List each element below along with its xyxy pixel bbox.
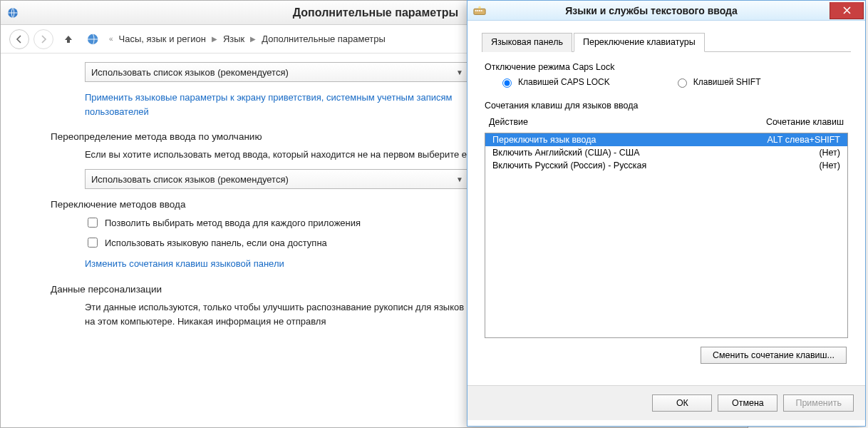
dropdown-value: Использовать список языков (рекомендуетс…	[91, 67, 289, 78]
chevron-down-icon: ▼	[456, 68, 463, 76]
hotkey-action: Включить Русский (Россия) - Русская	[492, 160, 740, 170]
radio-label: Клавишей CAPS LOCK	[518, 77, 610, 87]
breadcrumb: « Часы, язык и регион ▶ Язык ▶ Дополните…	[109, 34, 386, 44]
override-input-text: Если вы хотите использовать метод ввода,…	[85, 148, 505, 162]
hotkey-row[interactable]: Переключить язык ввода ALT слева+SHIFT	[485, 133, 847, 146]
hotkey-keys: (Нет)	[740, 160, 840, 170]
globe-icon	[6, 6, 19, 19]
breadcrumb-prefix: «	[109, 35, 113, 43]
col-keys: Сочетание клавиш	[744, 117, 844, 127]
checkbox-label: Позволить выбирать метод ввода для каждо…	[105, 218, 361, 228]
chevron-down-icon: ▼	[456, 175, 463, 183]
cancel-button[interactable]: Отмена	[718, 394, 777, 412]
hotkey-keys: ALT слева+SHIFT	[740, 135, 840, 145]
tab-keyboard-switch[interactable]: Переключение клавиатуры	[574, 33, 705, 52]
personalization-text: Эти данные используются, только чтобы ул…	[85, 300, 505, 329]
hotkey-keys: (Нет)	[740, 148, 840, 158]
up-button[interactable]	[61, 31, 76, 47]
display-language-dropdown[interactable]: Использовать список языков (рекомендуетс…	[85, 62, 470, 82]
dialog-footer: ОК Отмена Применить	[467, 386, 865, 420]
close-icon	[843, 6, 851, 14]
hotkey-list-header: Действие Сочетание клавиш	[482, 115, 851, 130]
dropdown-value: Использовать список языков (рекомендуетс…	[91, 174, 289, 185]
tab-language-bar[interactable]: Языковая панель	[482, 33, 572, 52]
radio-input[interactable]	[502, 78, 512, 88]
capslock-group-label: Отключение режима Caps Lock	[485, 62, 851, 72]
dialog-body: Языковая панель Переключение клавиатуры …	[467, 21, 865, 386]
checkbox-input[interactable]	[88, 218, 98, 228]
breadcrumb-item[interactable]: Язык	[223, 34, 244, 44]
tab-bar: Языковая панель Переключение клавиатуры	[482, 32, 851, 52]
hotkey-list[interactable]: Переключить язык ввода ALT слева+SHIFT В…	[485, 133, 848, 338]
radio-input[interactable]	[678, 78, 687, 88]
close-button[interactable]	[830, 2, 864, 19]
dialog-title: Языки и службы текстового ввода	[473, 5, 830, 16]
checkbox-input[interactable]	[88, 238, 98, 248]
region-icon	[86, 33, 102, 46]
hotkeys-link[interactable]: Изменить сочетания клавиш языковой панел…	[85, 257, 484, 271]
hotkeys-group-label: Сочетания клавиш для языков ввода	[485, 101, 851, 111]
chevron-right-icon: ▶	[250, 35, 256, 43]
apply-button[interactable]: Применить	[783, 394, 854, 412]
hotkey-action: Переключить язык ввода	[492, 135, 740, 145]
radio-shift[interactable]: Клавишей SHIFT	[674, 76, 761, 88]
welcome-screen-link[interactable]: Применить языковые параметры к экрану пр…	[85, 91, 484, 118]
back-button[interactable]	[9, 29, 29, 49]
hotkey-row[interactable]: Включить Английский (США) - США (Нет)	[485, 146, 847, 159]
breadcrumb-item[interactable]: Часы, язык и регион	[119, 34, 206, 44]
dialog-titlebar: Языки и службы текстового ввода	[467, 1, 865, 21]
text-services-dialog: Языки и службы текстового ввода Языковая…	[467, 0, 866, 427]
chevron-right-icon: ▶	[212, 35, 217, 43]
ok-button[interactable]: ОК	[652, 394, 712, 412]
col-action: Действие	[489, 117, 744, 127]
capslock-radio-group: Клавишей CAPS LOCK Клавишей SHIFT	[499, 76, 851, 88]
breadcrumb-item[interactable]: Дополнительные параметры	[262, 34, 386, 44]
forward-button[interactable]	[33, 29, 53, 49]
radio-capslock[interactable]: Клавишей CAPS LOCK	[499, 76, 610, 88]
radio-label: Клавишей SHIFT	[693, 77, 761, 87]
hotkey-row[interactable]: Включить Русский (Россия) - Русская (Нет…	[485, 159, 847, 172]
change-keysequence-button[interactable]: Сменить сочетание клавиш...	[701, 347, 847, 364]
hotkey-action: Включить Английский (США) - США	[492, 148, 740, 158]
checkbox-label: Использовать языковую панель, если она д…	[105, 238, 327, 248]
default-input-dropdown[interactable]: Использовать список языков (рекомендуетс…	[85, 169, 470, 189]
